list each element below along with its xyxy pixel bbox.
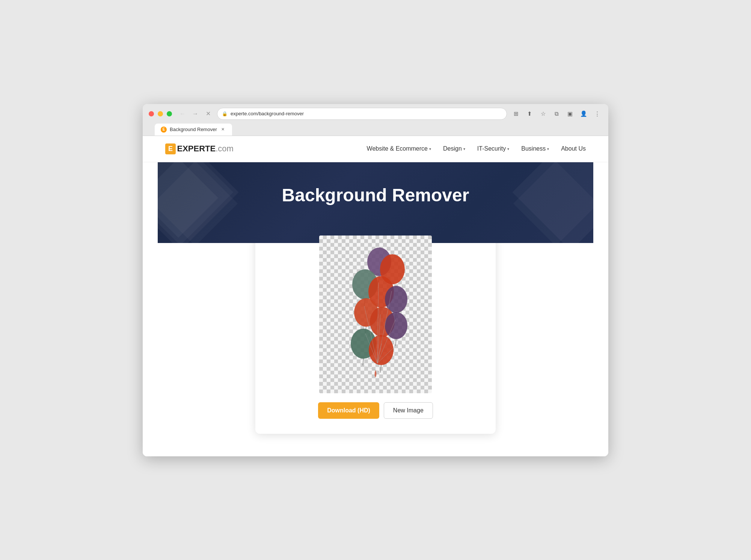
- logo-badge: E: [165, 143, 176, 154]
- minimize-button[interactable]: [158, 111, 163, 116]
- image-preview: [319, 235, 432, 393]
- new-image-button[interactable]: New Image: [384, 402, 433, 419]
- svg-point-18: [369, 335, 394, 365]
- profile-button[interactable]: 👤: [578, 109, 589, 119]
- extensions-button[interactable]: ⧉: [551, 109, 562, 119]
- menu-button[interactable]: ⋮: [592, 109, 602, 119]
- nav-item-it-security[interactable]: IT-Security ▾: [477, 145, 509, 152]
- chevron-down-icon: ▾: [429, 147, 431, 151]
- action-buttons: Download (HD) New Image: [318, 402, 433, 419]
- share-button[interactable]: ⬆: [524, 109, 535, 119]
- tab-title: Background Remover: [170, 127, 217, 132]
- tab-close-button[interactable]: ✕: [220, 127, 226, 133]
- tool-card-wrapper: Download (HD) New Image: [143, 220, 608, 434]
- svg-line-17: [363, 359, 363, 365]
- split-view-button[interactable]: ▣: [565, 109, 575, 119]
- chevron-down-icon: ▾: [463, 147, 465, 151]
- svg-line-15: [395, 339, 396, 346]
- nav-item-business[interactable]: Business ▾: [521, 145, 549, 152]
- svg-point-14: [385, 312, 407, 339]
- website-content: E EXPERTE.com Website & Ecommerce ▾ Desi…: [143, 136, 608, 456]
- active-tab[interactable]: E Background Remover ✕: [155, 124, 232, 136]
- forward-button[interactable]: →: [190, 109, 201, 119]
- balloon-svg: [338, 243, 413, 386]
- tool-card: Download (HD) New Image: [255, 220, 496, 434]
- svg-line-28: [363, 365, 377, 371]
- site-nav: Website & Ecommerce ▾ Design ▾ IT-Securi…: [367, 145, 586, 152]
- tab-bar: E Background Remover ✕: [149, 124, 602, 136]
- reload-button[interactable]: ✕: [203, 109, 213, 119]
- svg-line-19: [380, 365, 381, 373]
- hero-banner: Background Remover: [158, 162, 593, 243]
- hero-title: Background Remover: [173, 185, 578, 205]
- svg-line-29: [377, 371, 380, 373]
- site-logo[interactable]: E EXPERTE.com: [165, 143, 234, 154]
- bookmark-button[interactable]: ☆: [538, 109, 548, 119]
- nav-item-design[interactable]: Design ▾: [443, 145, 465, 152]
- maximize-button[interactable]: [167, 111, 172, 116]
- logo-name: EXPERTE.com: [177, 144, 234, 154]
- address-bar[interactable]: 🔒 experte.com/background-remover: [217, 108, 507, 120]
- screenshot-button[interactable]: ⊞: [511, 109, 521, 119]
- chevron-down-icon: ▾: [547, 147, 549, 151]
- download-hd-button[interactable]: Download (HD): [318, 402, 379, 419]
- back-button[interactable]: ←: [177, 109, 188, 119]
- lock-icon: 🔒: [222, 111, 228, 116]
- nav-item-website-ecommerce[interactable]: Website & Ecommerce ▾: [367, 145, 431, 152]
- close-button[interactable]: [149, 111, 154, 116]
- tab-favicon: E: [161, 127, 167, 133]
- browser-window: ← → ✕ 🔒 experte.com/background-remover ⊞…: [143, 104, 608, 456]
- footer-space: [143, 434, 608, 456]
- url-text: experte.com/background-remover: [231, 111, 304, 116]
- site-header: E EXPERTE.com Website & Ecommerce ▾ Desi…: [143, 136, 608, 162]
- nav-item-about-us[interactable]: About Us: [561, 145, 586, 152]
- chevron-down-icon: ▾: [507, 147, 509, 151]
- browser-chrome: ← → ✕ 🔒 experte.com/background-remover ⊞…: [143, 104, 608, 136]
